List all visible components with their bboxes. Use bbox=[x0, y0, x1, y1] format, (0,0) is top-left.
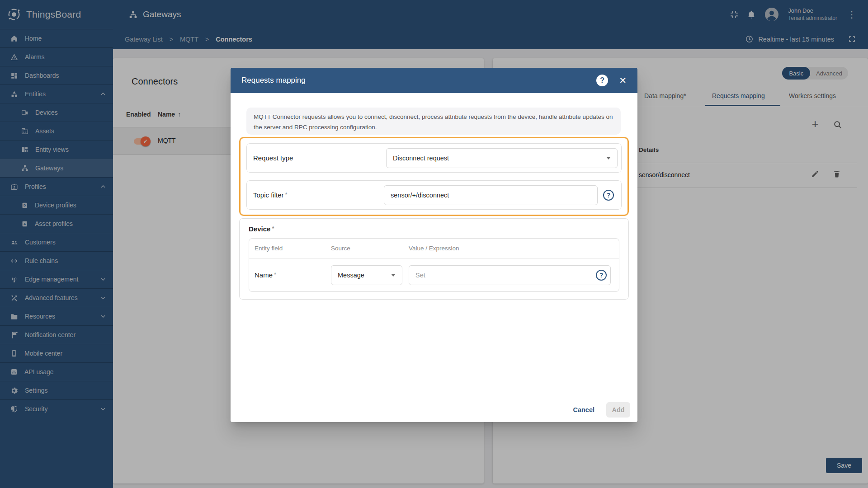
required-marker: * bbox=[274, 271, 276, 278]
column-value-expression: Value / Expression bbox=[409, 245, 613, 252]
label-text: Name bbox=[255, 271, 273, 279]
highlighted-section: Request type Disconnect request Topic fi… bbox=[239, 137, 629, 216]
dialog-footer: Cancel Add bbox=[566, 402, 630, 418]
caret-down-icon bbox=[391, 274, 396, 277]
field-name-label: Name* bbox=[255, 271, 331, 279]
required-marker: * bbox=[272, 225, 274, 232]
source-select[interactable]: Message bbox=[331, 265, 402, 285]
cancel-button[interactable]: Cancel bbox=[566, 403, 601, 417]
help-circle-icon[interactable]: ? bbox=[596, 270, 607, 281]
close-icon[interactable]: ✕ bbox=[619, 75, 627, 86]
value-expression-input[interactable]: Set ? bbox=[409, 265, 611, 285]
topic-filter-card: Topic filter* sensor/+/disconnect ? bbox=[246, 180, 622, 210]
help-circle-icon[interactable]: ? bbox=[603, 190, 614, 201]
request-type-label: Request type bbox=[253, 154, 293, 162]
device-table-header: Entity field Source Value / Expression bbox=[249, 239, 619, 258]
add-button[interactable]: Add bbox=[606, 402, 630, 418]
topic-filter-label: Topic filter* bbox=[253, 191, 288, 199]
column-entity-field: Entity field bbox=[255, 245, 331, 252]
dialog-title: Requests mapping bbox=[241, 76, 306, 85]
request-type-card: Request type Disconnect request bbox=[246, 143, 622, 173]
label-text: Device bbox=[249, 225, 270, 233]
caret-down-icon bbox=[606, 157, 611, 160]
screen: ThingsBoard Home Alarms Dashboards Entit… bbox=[0, 0, 868, 488]
request-type-select[interactable]: Disconnect request bbox=[386, 148, 618, 168]
device-mapping-table: Entity field Source Value / Expression N… bbox=[249, 238, 619, 292]
device-section-card: Device* Entity field Source Value / Expr… bbox=[239, 218, 629, 300]
column-source: Source bbox=[331, 245, 409, 252]
dialog-description: MQTT Connector requests allows you to co… bbox=[246, 108, 621, 135]
dialog-header: Requests mapping ? ✕ bbox=[231, 68, 637, 93]
topic-filter-input[interactable]: sensor/+/disconnect bbox=[384, 185, 598, 205]
help-icon[interactable]: ? bbox=[596, 75, 608, 86]
request-type-value: Disconnect request bbox=[393, 155, 449, 162]
value-placeholder: Set bbox=[415, 272, 425, 279]
label-text: Topic filter bbox=[253, 191, 284, 199]
device-table-row: Name* Message Set ? bbox=[249, 258, 619, 291]
topic-filter-value: sensor/+/disconnect bbox=[391, 192, 449, 199]
device-section-title: Device* bbox=[249, 225, 619, 233]
required-marker: * bbox=[285, 191, 288, 198]
requests-mapping-dialog: Requests mapping ? ✕ MQTT Connector requ… bbox=[231, 68, 637, 422]
source-value: Message bbox=[338, 272, 364, 279]
